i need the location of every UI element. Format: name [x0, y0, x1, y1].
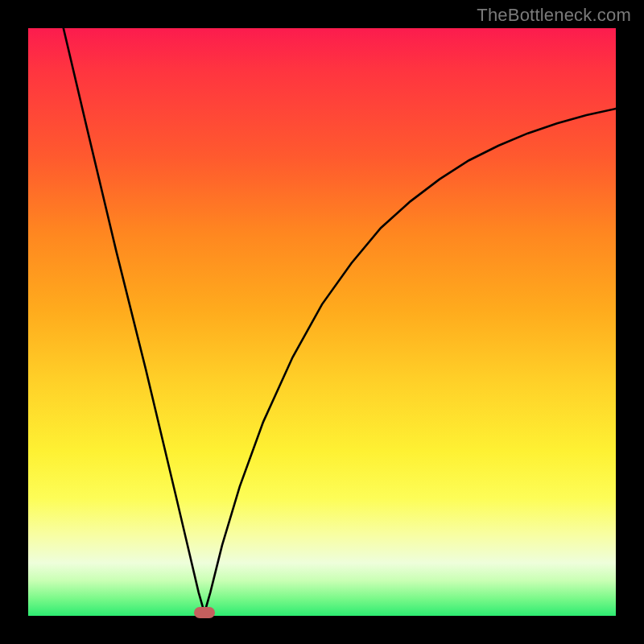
curve-left-branch [64, 28, 204, 613]
curve-right-branch [204, 109, 616, 613]
watermark-text: TheBottleneck.com [477, 5, 631, 26]
minimum-marker [194, 607, 215, 618]
plot-area [28, 28, 616, 616]
chart-frame: TheBottleneck.com [0, 0, 644, 644]
curve-svg [28, 28, 616, 616]
